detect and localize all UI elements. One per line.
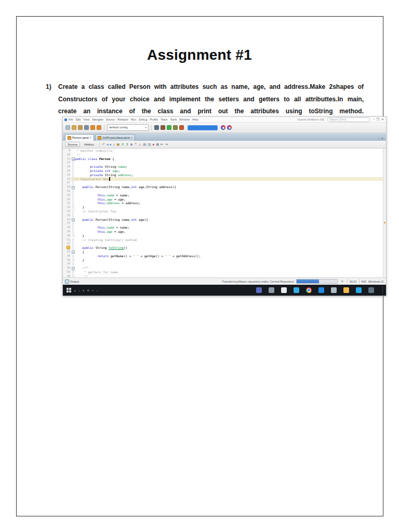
new-file-icon[interactable] — [65, 125, 70, 130]
fold-indicator — [71, 266, 75, 270]
fold-indicator — [71, 157, 75, 161]
next-bookmark-icon[interactable]: ⇟ — [126, 141, 128, 148]
clean-build-icon[interactable] — [161, 125, 165, 130]
fold-collapse-icon[interactable] — [72, 250, 75, 254]
highlight-icon[interactable]: ▣ — [116, 141, 119, 148]
code-line: 25 — [63, 214, 386, 218]
fold-collapse-icon[interactable] — [72, 218, 75, 221]
store-app-icon[interactable] — [368, 287, 374, 293]
source-view-button[interactable]: Source — [65, 142, 80, 147]
tray-icon[interactable]: ◐ — [92, 289, 94, 292]
forward-icon[interactable]: ▸ — [110, 141, 111, 148]
code-text: this.age = age; — [75, 197, 383, 202]
redo-icon[interactable] — [97, 125, 101, 130]
menu-tools[interactable]: Tools — [170, 118, 177, 121]
fold-indicator — [71, 246, 75, 250]
run-project-icon[interactable] — [167, 125, 171, 130]
tray-icon[interactable]: ● — [83, 289, 84, 292]
maximize-icon[interactable]: ❐ — [377, 117, 379, 122]
menu-run[interactable]: Run — [131, 118, 136, 121]
undo-icon[interactable] — [90, 125, 95, 130]
code-text — [75, 262, 383, 266]
file-explorer-icon[interactable] — [269, 287, 274, 293]
toggle-bookmark-icon[interactable]: ◈ — [130, 141, 132, 148]
stop-macro-icon[interactable]: ◼ — [156, 141, 159, 148]
uncomment-icon[interactable]: ▥ — [148, 141, 151, 148]
fold-collapse-icon[interactable] — [72, 157, 75, 161]
history-view-button[interactable]: History — [82, 142, 97, 147]
code-line: 15 private String address; — [63, 173, 386, 177]
code-text — [75, 181, 383, 185]
shift-right-icon[interactable]: ⇥ — [165, 141, 167, 148]
menu-file[interactable]: File — [69, 118, 73, 121]
tab-1stprojectjava-java[interactable]: 1stProjectJava.java× — [95, 134, 135, 141]
tray-icon[interactable]: ✉ — [87, 289, 89, 292]
prev-bookmark-icon[interactable]: ⇞ — [121, 141, 124, 148]
report-issue-icon[interactable] — [227, 125, 232, 130]
menu-debug[interactable]: Debug — [139, 118, 147, 121]
menu-team[interactable]: Team — [161, 118, 167, 121]
comment-icon[interactable]: ▤ — [143, 141, 146, 148]
tab-person-java[interactable]: Person.java× — [65, 134, 94, 141]
cancel-progress-icon[interactable]: ✕ — [340, 280, 344, 284]
fold-indicator — [71, 238, 75, 242]
menu-view[interactable]: View — [83, 118, 89, 121]
record-macro-icon[interactable]: ● — [153, 141, 155, 148]
error-stripe[interactable] — [383, 149, 386, 277]
search-input[interactable]: Search (Ctrl+I) — [327, 117, 370, 122]
code-line: 11public class Person { — [63, 157, 386, 161]
show-desktop-button[interactable] — [382, 286, 384, 294]
telegram-app-icon[interactable] — [294, 287, 299, 293]
menu-profile[interactable]: Profile — [150, 118, 158, 121]
prev-usage-icon[interactable]: ⇡ — [134, 141, 137, 148]
chrome-browser-icon[interactable] — [306, 287, 312, 293]
menu-source[interactable]: Source — [106, 118, 115, 121]
output-tab[interactable]: Output — [70, 280, 79, 283]
close-tab-icon[interactable]: × — [130, 136, 132, 139]
document-page: Assignment #1 1) Create a class called P… — [0, 0, 399, 532]
menu-navigate[interactable]: Navigate — [92, 118, 103, 121]
fold-line — [73, 242, 73, 246]
line-number: 36 — [63, 258, 71, 262]
close-tab-icon[interactable]: × — [90, 136, 92, 139]
code-editor[interactable]: 9 * @author codezilla10 */11public class… — [63, 149, 386, 277]
find-selection-icon[interactable]: ⌕ — [113, 141, 115, 148]
windows-taskbar: ▴⌂●✉◐♪ — [63, 285, 386, 296]
teams-app-icon[interactable] — [256, 287, 262, 293]
tray-icon[interactable]: ▴ — [74, 289, 76, 292]
debug-project-icon[interactable] — [173, 125, 178, 130]
menu-help[interactable]: Help — [192, 118, 198, 121]
settings-app-icon[interactable] — [281, 287, 287, 293]
tray-icon[interactable]: ⌂ — [78, 289, 80, 292]
save-all-icon[interactable] — [84, 125, 89, 130]
shift-left-icon[interactable]: ⇤ — [161, 141, 163, 148]
tab-list-icon[interactable]: ⌄ — [378, 136, 380, 140]
config-dropdown[interactable]: default config ▾ — [107, 124, 149, 131]
menu-refactor[interactable]: Refactor — [117, 118, 128, 121]
start-button[interactable] — [66, 288, 71, 292]
tray-icon[interactable]: ♪ — [96, 289, 98, 292]
close-icon[interactable]: ✕ — [381, 117, 384, 122]
last-edit-icon[interactable]: ↶ — [102, 141, 105, 148]
new-project-icon[interactable] — [72, 125, 76, 130]
update-center-icon[interactable] — [221, 125, 225, 130]
tab-scroll-right-icon[interactable]: ▸ — [382, 136, 383, 140]
menu-window[interactable]: Window — [179, 118, 190, 121]
recycle-bin-icon[interactable] — [331, 287, 337, 293]
fold-indicator — [71, 250, 75, 254]
code-text: public class Person { — [75, 157, 383, 161]
next-usage-icon[interactable]: ⇣ — [139, 141, 141, 148]
fold-collapse-icon[interactable] — [72, 186, 75, 189]
fold-collapse-icon[interactable] — [72, 267, 75, 270]
back-icon[interactable]: ◂ — [107, 141, 108, 148]
folder-app-icon[interactable] — [343, 287, 349, 293]
memory-toolbar-badge[interactable] — [188, 125, 218, 130]
skype-app-icon[interactable] — [356, 287, 362, 293]
line-number: 34 — [63, 250, 71, 254]
profile-project-icon[interactable] — [179, 125, 184, 130]
mail-app-icon[interactable] — [318, 287, 324, 293]
menu-edit[interactable]: Edit — [76, 118, 81, 121]
build-project-icon[interactable] — [154, 125, 159, 130]
minimize-icon[interactable]: – — [373, 117, 374, 122]
open-project-icon[interactable] — [78, 125, 83, 130]
